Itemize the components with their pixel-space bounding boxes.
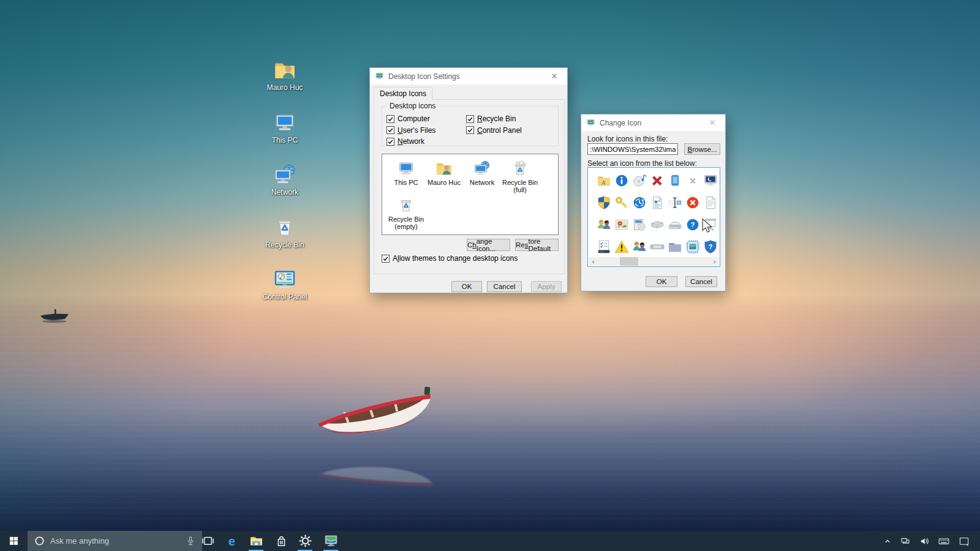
checkbox-checked-icon[interactable] — [386, 126, 394, 134]
checkbox-checked-icon[interactable] — [466, 126, 474, 134]
checkbox-network[interactable]: Network — [386, 137, 424, 146]
desktop-icon-settings-window: Desktop Icon Settings ✕ Desktop Icons De… — [369, 67, 568, 293]
allow-themes-checkbox[interactable]: Allow themes to change desktop icons — [382, 254, 518, 263]
checkbox-control-panel[interactable]: Control Panel — [466, 126, 522, 135]
preview-icon-user-folder[interactable]: Mauro Huc — [425, 159, 463, 193]
grid-icon-rack-panel[interactable] — [648, 237, 666, 257]
grid-icon-error-circle[interactable] — [684, 193, 702, 212]
checkbox-checked-icon[interactable] — [386, 115, 394, 123]
desktop-icon-mauro-huc[interactable]: Mauro Huc — [259, 58, 311, 92]
taskbar-edge-icon[interactable]: e — [220, 531, 243, 551]
ok-button[interactable]: OK — [646, 276, 677, 287]
grid-icon-time-sync[interactable] — [630, 193, 649, 212]
desktop-icon-label: Mauro Huc — [259, 83, 311, 92]
grid-icon-key[interactable] — [612, 193, 631, 212]
start-button[interactable] — [0, 531, 28, 551]
display-settings-icon — [586, 118, 596, 128]
grid-icon-task-list[interactable] — [595, 237, 613, 257]
taskbar-task-view-icon[interactable] — [196, 531, 219, 551]
water-reflection — [0, 303, 980, 523]
checkbox-recycle-bin[interactable]: Recycle Bin — [466, 114, 516, 123]
tray-action-center-icon[interactable] — [956, 531, 973, 551]
grid-icon-unavailable-x[interactable] — [684, 171, 702, 190]
grid-icon-user-group-alt[interactable] — [630, 237, 649, 257]
ok-button[interactable]: OK — [451, 281, 482, 292]
preview-icon-label: Network — [463, 179, 501, 186]
scroll-right-icon[interactable]: › — [710, 257, 719, 266]
tray-volume-icon[interactable] — [916, 531, 933, 551]
checkbox-checked-icon[interactable] — [382, 255, 390, 263]
scroll-left-icon[interactable]: ‹ — [589, 257, 598, 266]
preview-icon-recycle-full[interactable]: Recycle Bin (full) — [501, 159, 539, 193]
checkbox-checked-icon[interactable] — [386, 138, 394, 146]
tray-keyboard-icon[interactable] — [935, 531, 952, 551]
grid-icon-sleep-monitor[interactable] — [701, 171, 720, 190]
preview-icon-recycle-empty[interactable]: Recycle Bin (empty) — [387, 196, 425, 230]
grid-icon-user-group[interactable] — [595, 215, 613, 234]
grid-icon-software-box[interactable] — [630, 215, 649, 234]
preview-icon-network[interactable]: Network — [463, 159, 501, 193]
grid-icon-processor-chip[interactable] — [684, 237, 702, 257]
desktop-icon-recycle-bin[interactable]: Recycle Bin — [259, 215, 311, 249]
distant-boat — [38, 306, 75, 324]
cancel-button[interactable]: Cancel — [487, 281, 522, 292]
grid-icon-delete-x[interactable] — [648, 171, 666, 190]
cancel-button[interactable]: Cancel — [685, 276, 717, 287]
desktop-icon-label: Network — [259, 188, 311, 197]
checkbox-label: Control Panel — [477, 126, 522, 135]
close-icon[interactable]: ✕ — [541, 68, 567, 84]
apply-button: Apply — [531, 281, 562, 292]
tray-network-tray-icon[interactable] — [897, 531, 914, 551]
scrollbar-thumb[interactable] — [620, 257, 638, 266]
grid-icon-photo[interactable] — [612, 215, 631, 234]
grid-icon-shield-question[interactable]: ? — [701, 237, 720, 257]
mouse-cursor — [701, 218, 713, 234]
grid-icon-hardware-slab[interactable] — [648, 215, 666, 234]
grid-icon-info-circle[interactable] — [612, 171, 631, 190]
change-icon-button[interactable]: Change Icon... — [467, 239, 510, 251]
horizontal-scrollbar[interactable]: ‹ › — [589, 257, 719, 266]
preview-icon-this-pc[interactable]: This PC — [387, 159, 425, 193]
close-icon[interactable]: ✕ — [699, 114, 725, 131]
grid-icon-scanner[interactable] — [666, 215, 684, 234]
microphone-icon[interactable] — [184, 535, 197, 547]
groupbox-label: Desktop icons — [387, 102, 438, 110]
taskbar-display-settings-icon[interactable] — [319, 531, 342, 551]
browse-button[interactable]: Browse... — [684, 143, 720, 155]
change-icon-titlebar[interactable]: Change Icon ✕ — [581, 114, 725, 131]
desktop-icon-control-panel[interactable]: Control Panel — [259, 267, 311, 301]
icon-file-path-input[interactable] — [587, 143, 678, 155]
grid-icon-uac-shield[interactable] — [595, 193, 613, 212]
grid-icon-text-select[interactable] — [666, 193, 684, 212]
tab-desktop-icons[interactable]: Desktop Icons — [374, 87, 432, 100]
red-boat — [309, 365, 441, 497]
preview-icon-label: Mauro Huc — [425, 179, 463, 186]
grid-icon-blank-document[interactable] — [701, 193, 720, 212]
grid-icon-warning-triangle[interactable] — [612, 237, 631, 257]
checkbox-label: User's Files — [398, 126, 435, 135]
allow-themes-label: Allow themes to change desktop icons — [393, 254, 518, 263]
grid-icon-fonts-folder[interactable]: A — [595, 171, 613, 190]
recycle-empty-icon — [397, 196, 415, 214]
taskbar-store-icon[interactable] — [270, 531, 293, 551]
grid-icon-help-circle[interactable]: ? — [684, 215, 702, 234]
grid-icon-blue-folder[interactable] — [666, 237, 684, 257]
settings-titlebar[interactable]: Desktop Icon Settings ✕ — [370, 68, 567, 84]
checkbox-checked-icon[interactable] — [466, 115, 474, 123]
tray-chevron-up-icon[interactable] — [879, 531, 896, 551]
checkbox-computer[interactable]: Computer — [386, 114, 430, 123]
taskbar-file-explorer-icon[interactable] — [244, 531, 268, 551]
icon-grid: ‹ › A?? — [587, 167, 720, 267]
desktop-icon-this-pc[interactable]: This PC — [259, 110, 311, 144]
grid-icon-audio-cd[interactable] — [630, 171, 649, 190]
cortana-search-box[interactable]: Ask me anything — [28, 531, 202, 551]
desktop-icon-label: Control Panel — [259, 293, 311, 301]
scrollbar-track[interactable] — [598, 257, 710, 266]
restore-default-button[interactable]: Restore Default — [515, 239, 559, 251]
grid-icon-tablet-device[interactable] — [666, 171, 684, 190]
taskbar-settings-gear-icon[interactable] — [293, 531, 317, 551]
desktop-icon-network[interactable]: Network — [259, 162, 311, 197]
svg-text:e: e — [228, 534, 235, 548]
checkbox-user-s-files[interactable]: User's Files — [386, 126, 435, 135]
grid-icon-rich-document[interactable] — [648, 193, 666, 212]
